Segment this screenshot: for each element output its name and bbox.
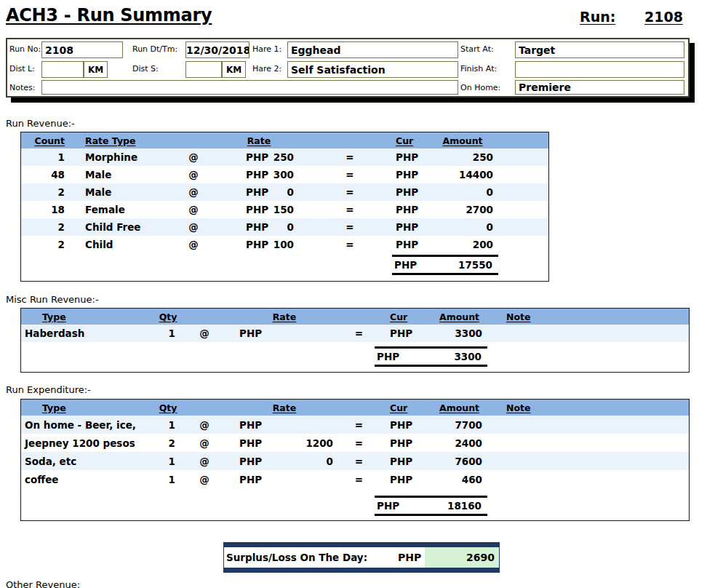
km-unit-label: KM bbox=[88, 65, 103, 75]
amount-cell: 0 bbox=[426, 221, 499, 233]
start-at-field[interactable] bbox=[515, 41, 684, 58]
misc-run-revenue-table: Type Qty Rate Cur Amount Note Haberdash … bbox=[20, 308, 690, 373]
count-cell: 1 bbox=[21, 151, 71, 163]
currency-cell: PHP bbox=[394, 169, 426, 180]
table-row: Soda, etc 1 @ PHP0 = PHP 7600 bbox=[21, 452, 689, 470]
rate-type-cell: Male bbox=[71, 186, 175, 198]
equals-symbol: = bbox=[306, 221, 394, 233]
col-header-count: Count bbox=[21, 135, 71, 146]
currency-cell: PHP bbox=[375, 327, 415, 339]
hare1-label: Hare 1: bbox=[252, 44, 281, 54]
hare1-field[interactable] bbox=[287, 41, 458, 58]
surplus-currency: PHP bbox=[398, 552, 421, 563]
total-amount: 3300 bbox=[454, 351, 482, 362]
run-revenue-header-row: Count Rate Type Rate Cur Amount bbox=[21, 132, 548, 148]
run-summary-report: ACH3 - Run Summary Run: 2108 Run No: Run… bbox=[0, 0, 723, 588]
dist-s-unit: KM bbox=[222, 61, 246, 78]
at-symbol: @ bbox=[175, 151, 212, 163]
at-symbol: @ bbox=[183, 456, 226, 467]
col-header-type: Type bbox=[21, 402, 153, 413]
col-header-type: Type bbox=[21, 311, 153, 322]
total-amount: 18160 bbox=[447, 500, 482, 512]
run-date-field[interactable] bbox=[185, 41, 249, 58]
currency-cell: PHP bbox=[375, 474, 415, 485]
dist-l-field[interactable] bbox=[41, 61, 84, 78]
dist-s-field[interactable] bbox=[185, 61, 222, 78]
rate-cell: PHP250 bbox=[212, 151, 306, 163]
rate-cell: PHP bbox=[226, 474, 343, 485]
run-label: Run: bbox=[580, 9, 615, 25]
dist-s-label: Dist S: bbox=[132, 64, 159, 74]
count-cell: 2 bbox=[21, 239, 71, 250]
col-header-cur: Cur bbox=[375, 311, 415, 322]
rate-cell: PHP0 bbox=[226, 456, 343, 467]
amount-cell: 0 bbox=[426, 186, 499, 198]
amount-cell: 7600 bbox=[415, 456, 488, 467]
count-cell: 2 bbox=[21, 221, 71, 233]
table-row: Haberdash 1 @ PHP = PHP 3300 bbox=[21, 325, 689, 342]
qty-cell: 1 bbox=[153, 474, 183, 485]
currency-cell: PHP bbox=[394, 239, 426, 250]
on-home-field[interactable] bbox=[515, 80, 684, 95]
table-row: 18 Female @ PHP150 = PHP 2700 bbox=[21, 201, 548, 218]
qty-cell: 1 bbox=[153, 327, 183, 339]
amount-cell: 14400 bbox=[426, 169, 499, 180]
table-row: coffee 1 @ PHP = PHP 460 bbox=[21, 470, 689, 488]
run-dttm-label: Run Dt/Tm: bbox=[132, 44, 177, 54]
rate-type-cell: Child Free bbox=[71, 221, 175, 233]
qty-cell: 2 bbox=[153, 437, 183, 449]
dist-l-unit: KM bbox=[84, 61, 108, 78]
other-revenue-section-label: Other Revenue: bbox=[6, 579, 80, 588]
table-row: 2 Child Free @ PHP0 = PHP 0 bbox=[21, 218, 548, 236]
col-header-rate: Rate bbox=[212, 135, 306, 146]
total-currency: PHP bbox=[377, 500, 399, 512]
run-expenditure-section-label: Run Expenditure:- bbox=[6, 384, 91, 395]
run-no-label: Run No: bbox=[9, 44, 41, 54]
run-revenue-section-label: Run Revenue:- bbox=[6, 118, 75, 129]
rate-cell: PHP300 bbox=[212, 169, 306, 180]
col-header-cur: Cur bbox=[375, 402, 415, 413]
surplus-label: Surplus/Loss On The Day: bbox=[226, 552, 367, 563]
finish-at-field[interactable] bbox=[515, 61, 684, 78]
equals-symbol: = bbox=[306, 151, 394, 163]
notes-label: Notes: bbox=[9, 83, 35, 92]
table-row: On home - Beer, ice, 1 @ PHP = PHP 7700 bbox=[21, 416, 689, 434]
rate-cell: PHP0 bbox=[212, 186, 306, 198]
misc-run-revenue-section-label: Misc Run Revenue:- bbox=[6, 294, 99, 305]
km-unit-label: KM bbox=[226, 65, 241, 75]
rate-type-cell: Female bbox=[71, 204, 175, 215]
run-revenue-table: Count Rate Type Rate Cur Amount 1 Morphi… bbox=[20, 132, 549, 282]
hare2-label: Hare 2: bbox=[252, 64, 281, 74]
col-header-qty: Qty bbox=[153, 402, 183, 413]
currency-cell: PHP bbox=[394, 151, 426, 163]
expenditure-total: PHP 18160 bbox=[375, 496, 487, 516]
table-row: 48 Male @ PHP300 = PHP 14400 bbox=[21, 166, 548, 183]
equals-symbol: = bbox=[343, 437, 375, 449]
currency-cell: PHP bbox=[394, 221, 426, 233]
type-cell: Jeepney 1200 pesos bbox=[21, 437, 153, 449]
amount-cell: 7700 bbox=[415, 419, 488, 431]
at-symbol: @ bbox=[183, 327, 226, 339]
misc-revenue-header-row: Type Qty Rate Cur Amount Note bbox=[21, 309, 689, 325]
currency-cell: PHP bbox=[394, 204, 426, 215]
equals-symbol: = bbox=[343, 456, 375, 467]
table-row: 2 Child @ PHP100 = PHP 200 bbox=[21, 236, 548, 253]
surplus-loss-box: Surplus/Loss On The Day: PHP 2690 bbox=[223, 542, 500, 573]
qty-cell: 1 bbox=[153, 456, 183, 467]
equals-symbol: = bbox=[343, 419, 375, 431]
col-header-rate-type: Rate Type bbox=[71, 135, 175, 146]
run-no-field[interactable] bbox=[41, 41, 123, 58]
col-header-rate: Rate bbox=[226, 402, 343, 413]
notes-field[interactable] bbox=[41, 80, 458, 95]
at-symbol: @ bbox=[175, 221, 212, 233]
hare2-field[interactable] bbox=[287, 61, 458, 78]
col-header-amount: Amount bbox=[415, 311, 488, 322]
rate-type-cell: Child bbox=[71, 239, 175, 250]
col-header-note: Note bbox=[488, 402, 689, 413]
type-cell: coffee bbox=[21, 474, 153, 485]
rate-type-cell: Morphine bbox=[71, 151, 175, 163]
amount-cell: 460 bbox=[415, 474, 488, 485]
on-home-label: On Home: bbox=[460, 83, 500, 92]
run-header-box: Run No: Run Dt/Tm: Hare 1: Start At: Dis… bbox=[6, 38, 690, 98]
rate-cell: PHP100 bbox=[212, 239, 306, 250]
